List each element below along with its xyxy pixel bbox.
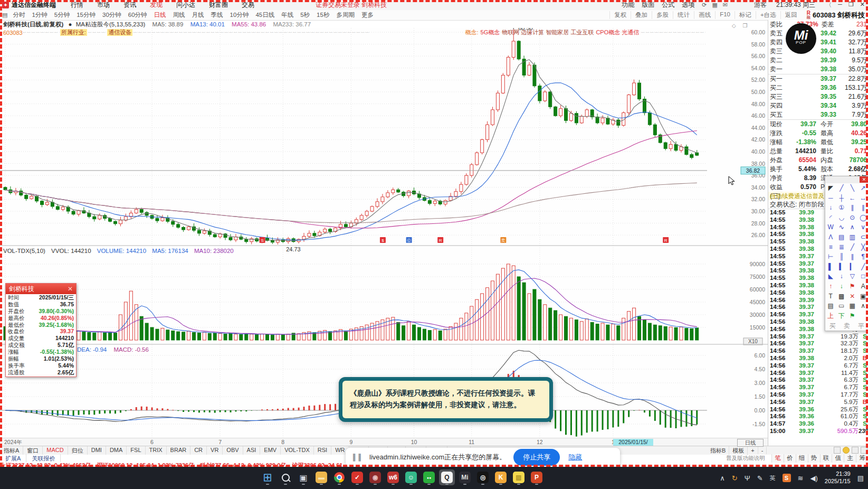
- menu-item-发现[interactable]: 发现: [150, 1, 163, 10]
- drawing-tool-icon[interactable]: ▤: [825, 301, 836, 311]
- toolbar-button-F10[interactable]: F10: [715, 11, 735, 19]
- toolbar-button-画线[interactable]: 画线: [694, 11, 715, 19]
- drawing-tool-icon[interactable]: ▍: [836, 262, 847, 272]
- concept-hot[interactable]: 5G概念: [481, 29, 500, 36]
- indicator-tab-RSI[interactable]: RSI: [314, 446, 331, 455]
- indicator-tab-DMA[interactable]: DMA: [106, 446, 127, 455]
- palette-footer-平[interactable]: 平: [858, 322, 864, 331]
- menu-item-问小达[interactable]: 问小达: [176, 1, 195, 10]
- ask-row[interactable]: 卖二39.399.5万: [768, 56, 868, 65]
- indicator-tab-DMI[interactable]: DMI: [88, 446, 106, 455]
- detail-tab-笔[interactable]: 笔: [771, 454, 784, 463]
- wifi-icon[interactable]: ≋: [798, 474, 804, 482]
- detail-tab-势[interactable]: 势: [808, 454, 820, 463]
- drawing-tool-icon[interactable]: ↓: [836, 271, 847, 281]
- drawing-tool-icon[interactable]: ∥: [847, 252, 858, 262]
- drawing-tool-icon[interactable]: ✕: [847, 291, 858, 302]
- bottom-button-模板[interactable]: 模板: [729, 446, 748, 455]
- indicator-tab-指标A[interactable]: 指标A: [0, 446, 23, 455]
- menu-item-市场[interactable]: 市场: [97, 1, 110, 10]
- drawing-tool-icon[interactable]: ▌: [825, 262, 836, 272]
- mini-flag-icon[interactable]: [852, 447, 859, 454]
- tdx-app-button[interactable]: ✓: [349, 469, 365, 485]
- volume-icon[interactable]: ◀): [810, 474, 817, 482]
- period-tab-5分钟[interactable]: 5分钟: [54, 11, 70, 19]
- drawing-tool-icon[interactable]: ▽: [847, 271, 858, 281]
- menu-item-资讯[interactable]: 资讯: [123, 1, 136, 10]
- period-tab-分时[interactable]: 分时: [13, 11, 25, 19]
- qq-button[interactable]: Q: [439, 469, 455, 485]
- drawing-tool-icon[interactable]: ⊙: [847, 213, 858, 223]
- drawing-tool-icon[interactable]: ╳: [858, 242, 868, 252]
- maximize-button[interactable]: ❐: [848, 1, 854, 9]
- ask-row[interactable]: 卖四39.4132.7万: [768, 38, 868, 47]
- indicator-tab-EMV[interactable]: EMV: [260, 446, 281, 455]
- drawing-tool-icon[interactable]: ║: [836, 252, 847, 262]
- indicator-name[interactable]: MA粘连股今(5,13,55,233): [76, 21, 146, 27]
- toolbar-button-统计[interactable]: 统计: [673, 11, 694, 19]
- indicator-tab-BRAR[interactable]: BRAR: [167, 446, 191, 455]
- drawing-tool-icon[interactable]: ↓: [825, 203, 836, 213]
- indicator-tab-归位[interactable]: 归位: [68, 446, 88, 455]
- bottom-button--[interactable]: -: [758, 447, 767, 454]
- drawing-tool-icon[interactable]: ¶: [858, 252, 868, 262]
- minimize-button[interactable]: ─: [838, 1, 842, 9]
- indicator-tab-ASI[interactable]: ASI: [243, 446, 261, 455]
- drawing-tool-icon[interactable]: ←: [847, 193, 858, 203]
- powerpoint-button[interactable]: P: [529, 469, 545, 485]
- drawing-tool-icon[interactable]: 下: [836, 311, 847, 321]
- drawing-tool-icon[interactable]: ◯: [858, 213, 868, 223]
- period-tab-更多[interactable]: 更多: [361, 11, 374, 19]
- period-tab-年线[interactable]: 年线: [281, 11, 293, 19]
- drawing-tool-icon[interactable]: ◣: [825, 271, 836, 281]
- toolbar-button-返回[interactable]: 返回: [780, 11, 802, 19]
- drawing-tool-icon[interactable]: ╱: [858, 262, 868, 272]
- mi-app-button[interactable]: Mi: [457, 469, 473, 485]
- chart-corner-icons[interactable]: ◇ ❐: [732, 23, 750, 29]
- wechat-button[interactable]: ●●: [421, 469, 437, 485]
- toolbar-button-多股[interactable]: 多股: [652, 11, 673, 19]
- drawing-tool-icon[interactable]: T: [825, 291, 836, 302]
- file-explorer-button[interactable]: ▬: [313, 469, 329, 485]
- drawing-tool-icon[interactable]: ┼: [836, 193, 847, 203]
- detail-tab-联[interactable]: 联: [820, 454, 832, 463]
- indicator-tab-TRIX[interactable]: TRIX: [146, 446, 167, 455]
- toolbar-button-标记[interactable]: 标记: [735, 11, 756, 19]
- drawing-tool-icon[interactable]: ∧: [847, 222, 858, 232]
- ask-row[interactable]: 卖三39.4011.8万: [768, 47, 868, 56]
- notification-icon[interactable]: ▤: [857, 474, 864, 482]
- bottom-button-指标B[interactable]: 指标B: [707, 446, 729, 455]
- detail-tab-细[interactable]: 细: [796, 454, 808, 463]
- drawing-tool-icon[interactable]: ◡: [836, 213, 847, 223]
- palette-footer-卖[interactable]: 卖: [844, 322, 850, 331]
- menu-item-财富圈[interactable]: 财富圈: [209, 1, 228, 10]
- drawing-tool-icon[interactable]: ◤: [825, 183, 836, 193]
- drawing-tool-icon[interactable]: ⚑: [847, 281, 858, 291]
- drawing-tool-icon[interactable]: ▥: [847, 232, 858, 242]
- close-button[interactable]: ✕: [860, 1, 865, 9]
- menu-item-交易[interactable]: 交易: [242, 1, 254, 10]
- bid-row[interactable]: 买四39.343.9万: [768, 101, 868, 110]
- drawing-tool-icon[interactable]: ∿: [836, 222, 847, 232]
- close-icon[interactable]: ✕: [68, 284, 73, 294]
- mini-checkbox-icon[interactable]: [834, 447, 841, 454]
- pen-icon[interactable]: ✎: [757, 474, 763, 482]
- drawing-tool-icon[interactable]: ∥: [847, 203, 858, 213]
- menu-item-版面[interactable]: 版面: [642, 1, 654, 10]
- drawing-tool-icon[interactable]: ①: [836, 203, 847, 213]
- drawing-tool-icon[interactable]: ▦: [847, 301, 858, 311]
- bottom-button-+[interactable]: +: [748, 447, 758, 454]
- drawing-tool-icon[interactable]: ▭: [836, 301, 847, 311]
- industry-value[interactable]: 通信设备: [107, 29, 132, 36]
- drawing-tool-icon[interactable]: ◜: [825, 213, 836, 223]
- drawing-tool-icon[interactable]: ▤: [836, 232, 847, 242]
- vol-indicator-name[interactable]: VOL-TDX(5,10): [3, 248, 45, 254]
- kc-app-button[interactable]: K: [493, 469, 509, 485]
- menu-item-功能[interactable]: 功能: [622, 1, 634, 10]
- grid-icon[interactable]: ▦: [712, 2, 717, 8]
- drawing-tool-icon[interactable]: ─: [825, 193, 836, 203]
- drawing-tool-icon[interactable]: ≡: [825, 242, 836, 252]
- drawing-tool-icon[interactable]: ╱: [836, 183, 847, 193]
- toolbar-button-叠加[interactable]: 叠加: [631, 11, 652, 19]
- period-tag[interactable]: 日线: [737, 439, 764, 447]
